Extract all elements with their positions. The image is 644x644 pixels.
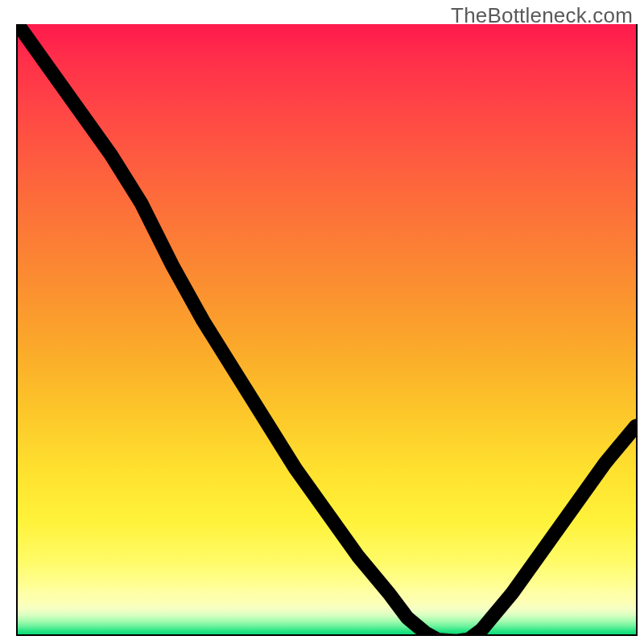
chart-stage: TheBottleneck.com — [0, 0, 644, 644]
plot-area — [16, 24, 638, 636]
watermark-text: TheBottleneck.com — [451, 3, 633, 28]
bottleneck-curve — [18, 24, 636, 636]
curve-svg — [18, 24, 636, 636]
